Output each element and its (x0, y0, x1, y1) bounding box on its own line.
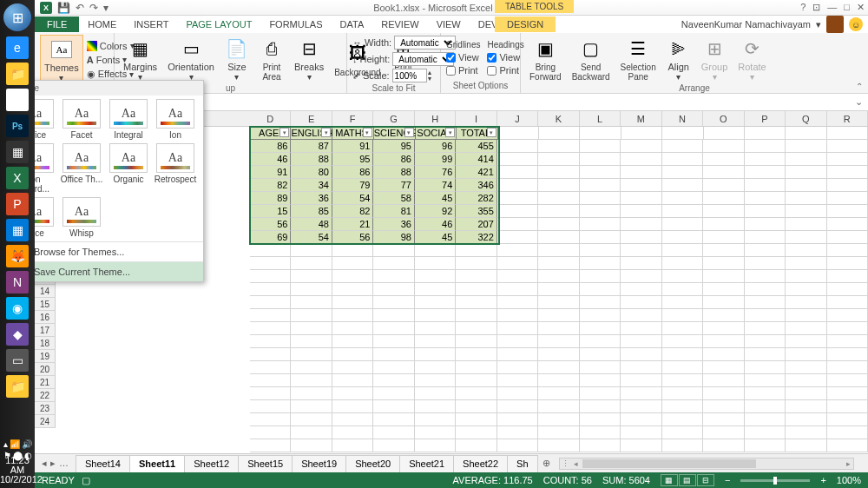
data-cell[interactable]: 34 (291, 179, 332, 192)
sheet-tab[interactable]: Sheet12 (184, 455, 239, 472)
size-button[interactable]: 📄Size▾ (221, 35, 253, 83)
column-header[interactable]: G (373, 111, 414, 126)
taskbar-app2-icon[interactable]: ▦ (6, 219, 29, 241)
data-cell[interactable]: 86 (250, 140, 291, 153)
data-cell[interactable]: 56 (332, 231, 373, 244)
theme-item[interactable]: AaIntegral (107, 99, 150, 140)
theme-item[interactable]: AaIon (154, 99, 197, 140)
column-header[interactable]: D (250, 111, 291, 126)
data-cell[interactable]: 89 (250, 192, 291, 205)
column-header[interactable]: O (703, 111, 744, 126)
column-header[interactable]: K (538, 111, 579, 126)
sheet-nav-more-icon[interactable]: … (59, 458, 69, 469)
data-cell[interactable]: 87 (291, 140, 332, 153)
data-cell[interactable]: 80 (291, 166, 332, 179)
sheet-tab[interactable]: Sheet21 (399, 455, 454, 472)
data-cell[interactable]: 98 (373, 231, 414, 244)
table-header-cell[interactable]: MATHS▾ (332, 127, 373, 140)
taskbar-excel-icon[interactable]: X (6, 167, 29, 189)
collapse-ribbon-icon[interactable]: ⌃ (856, 82, 863, 91)
themes-button[interactable]: Aa Themes▾ (40, 35, 83, 85)
design-tab[interactable]: DESIGN (495, 16, 556, 32)
start-button[interactable]: ⊞ (3, 3, 31, 31)
page-layout-view-icon[interactable]: ▤ (679, 474, 696, 486)
data-cell[interactable]: 86 (373, 153, 414, 166)
column-header[interactable]: R (827, 111, 868, 126)
table-header-cell[interactable]: ENGLISH▾ (291, 127, 332, 140)
data-cell[interactable]: 79 (332, 179, 373, 192)
sheet-nav-first-icon[interactable]: ◂ (42, 458, 47, 469)
data-cell[interactable]: 36 (291, 192, 332, 205)
data-cell[interactable]: 45 (415, 231, 456, 244)
taskbar-app4-icon[interactable]: ◆ (6, 323, 29, 346)
row-header[interactable]: 16 (35, 311, 56, 324)
data-cell[interactable]: 54 (291, 231, 332, 244)
taskbar-photoshop-icon[interactable]: Ps (6, 115, 29, 137)
data-cell[interactable]: 455 (456, 140, 496, 153)
user-name[interactable]: NaveenKumar Namachivayam (681, 19, 811, 30)
margins-button[interactable]: ▦Margins▾ (120, 35, 161, 83)
maximize-icon[interactable]: □ (844, 2, 850, 13)
home-tab[interactable]: HOME (79, 16, 125, 32)
zoom-in-icon[interactable]: + (820, 475, 825, 485)
page-break-view-icon[interactable]: ⊟ (697, 474, 714, 486)
column-header[interactable]: H (415, 111, 456, 126)
data-cell[interactable]: 45 (415, 192, 456, 205)
ribbon-options-icon[interactable]: ⊡ (812, 2, 820, 13)
tray-icon[interactable]: ▴ (3, 439, 8, 449)
data-cell[interactable]: 15 (250, 205, 291, 218)
scroll-split-icon[interactable]: ⋮ (560, 459, 570, 468)
zoom-out-icon[interactable]: − (725, 475, 730, 485)
taskbar-ie-icon[interactable]: e (6, 36, 29, 59)
taskbar-folder-icon[interactable]: 📁 (6, 375, 29, 398)
data-cell[interactable]: 56 (250, 218, 291, 231)
sheet-tab[interactable]: Sheet15 (238, 455, 293, 472)
column-header[interactable]: L (580, 111, 621, 126)
save-icon[interactable]: 💾 (57, 2, 70, 14)
cells[interactable]: AGE▾ENGLISH▾MATHS▾SCIENCE▾SOCIAL▾TOTAL▾8… (250, 127, 868, 452)
column-header[interactable]: E (291, 111, 332, 126)
data-cell[interactable]: 95 (332, 153, 373, 166)
data-cell[interactable]: 92 (415, 205, 456, 218)
sheet-tab[interactable]: Sheet19 (292, 455, 346, 472)
breaks-button[interactable]: ⊟Breaks▾ (291, 35, 327, 83)
row-header[interactable]: 17 (35, 324, 56, 337)
page-layout-tab[interactable]: PAGE LAYOUT (177, 16, 260, 32)
close-icon[interactable]: ✕ (857, 2, 865, 13)
data-cell[interactable]: 88 (291, 153, 332, 166)
sheet-nav-next-icon[interactable]: ▸ (50, 458, 56, 469)
column-header[interactable]: J (497, 111, 538, 126)
data-cell[interactable]: 82 (250, 179, 291, 192)
scale-input[interactable] (392, 69, 427, 82)
data-cell[interactable]: 346 (456, 179, 496, 192)
table-header-cell[interactable]: AGE▾ (250, 127, 291, 140)
save-theme-item[interactable]: Save Current Theme... (10, 261, 203, 281)
column-header[interactable]: I (456, 111, 496, 126)
file-tab[interactable]: FILE (35, 16, 79, 32)
data-cell[interactable]: 69 (250, 231, 291, 244)
taskbar-powerpoint-icon[interactable]: P (6, 193, 29, 215)
data-cell[interactable]: 282 (456, 192, 496, 205)
row-header[interactable]: 18 (35, 337, 56, 350)
data-cell[interactable]: 21 (332, 218, 373, 231)
row-header[interactable]: 23 (35, 402, 56, 415)
data-cell[interactable]: 46 (415, 218, 456, 231)
avatar[interactable] (826, 16, 844, 33)
data-cell[interactable]: 95 (373, 140, 414, 153)
data-cell[interactable]: 58 (373, 192, 414, 205)
add-sheet-button[interactable]: ⊕ (537, 458, 556, 469)
data-cell[interactable]: 54 (332, 192, 373, 205)
send-backward-button[interactable]: ▢Send Backward (569, 35, 614, 83)
taskbar-app-icon[interactable]: ▦ (6, 141, 29, 163)
data-cell[interactable]: 322 (456, 231, 496, 244)
qa-dropdown-icon[interactable]: ▾ (103, 2, 108, 14)
data-cell[interactable]: 99 (415, 153, 456, 166)
row-header[interactable]: 14 (35, 285, 56, 298)
table-header-cell[interactable]: SOCIAL▾ (416, 127, 457, 140)
row-header[interactable]: 15 (35, 298, 56, 311)
bring-forward-button[interactable]: ▣Bring Forward (526, 35, 565, 83)
undo-icon[interactable]: ↶ (76, 2, 84, 14)
data-cell[interactable]: 355 (456, 205, 496, 218)
taskbar-chrome-icon[interactable]: ◉ (6, 89, 29, 111)
row-header[interactable]: 21 (35, 376, 56, 389)
